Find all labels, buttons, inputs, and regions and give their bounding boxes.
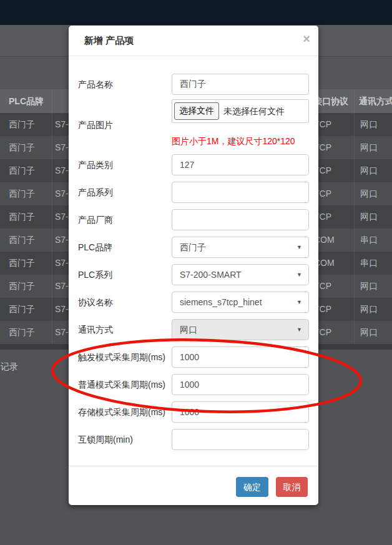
- trigger-cycle-ms-control: [172, 346, 309, 368]
- column-header-plc-brand: PLC品牌: [9, 89, 44, 113]
- comm-method-selected-value: 网口: [180, 320, 197, 340]
- plc-brand-control: 西门子▼: [172, 237, 309, 258]
- protocol-name-label: 协议名称: [78, 292, 113, 313]
- product-series-input[interactable]: [172, 182, 309, 203]
- cell-brand: 西门子: [9, 159, 35, 182]
- product-image-file-input: 选择文件未选择任何文件: [172, 99, 309, 123]
- comm-method-select[interactable]: 网口▼: [172, 319, 309, 340]
- cell-series: S7-: [55, 228, 69, 252]
- cell-series: S7-: [55, 182, 69, 205]
- cell-series: S7-: [55, 252, 69, 275]
- chevron-down-icon: ▼: [296, 292, 302, 312]
- interlock-cycle-min-input[interactable]: [172, 429, 309, 450]
- product-vendor-input[interactable]: [172, 209, 309, 230]
- image-size-hint: 图片小于1M，建议尺寸120*120: [172, 136, 295, 147]
- trigger-cycle-ms-label: 触发模式采集周期(ms): [78, 346, 165, 368]
- plc-brand-label: PLC品牌: [78, 237, 112, 258]
- product-series-label: 产品系列: [78, 182, 113, 203]
- column-divider: [354, 89, 355, 344]
- file-status-text: 未选择任何文件: [223, 100, 285, 122]
- product-series-control: [172, 182, 309, 203]
- cell-brand: 西门子: [9, 113, 35, 136]
- cell-comm: 网口: [360, 136, 378, 159]
- cell-brand: 西门子: [9, 228, 35, 252]
- plc-series-selected-value: S7-200-SMART: [180, 265, 242, 285]
- cell-series: S7-: [55, 113, 69, 136]
- cell-comm: 网口: [360, 275, 378, 298]
- plc-brand-select[interactable]: 西门子▼: [172, 237, 309, 258]
- cell-brand: 西门子: [9, 275, 35, 298]
- cell-series: S7-: [55, 275, 69, 298]
- storage-cycle-ms-label: 存储模式采集周期(ms): [78, 401, 165, 423]
- cell-brand: 西门子: [9, 205, 35, 228]
- cell-brand: 西门子: [9, 298, 35, 321]
- chevron-down-icon: ▼: [296, 265, 302, 285]
- product-name-control: [172, 74, 309, 95]
- normal-cycle-ms-label: 普通模式采集周期(ms): [78, 374, 165, 395]
- cell-comm: 网口: [360, 321, 378, 344]
- cell-comm: 串口: [360, 252, 378, 275]
- product-category-label: 产品类别: [78, 154, 113, 175]
- cell-series: S7-: [55, 321, 69, 344]
- plc-series-control: S7-200-SMART▼: [172, 264, 309, 285]
- product-image-label: 产品图片: [78, 114, 113, 135]
- modal-footer: 确定 取消: [69, 466, 318, 505]
- top-navbar: [0, 0, 392, 25]
- comm-method-label: 通讯方式: [78, 319, 113, 340]
- cell-brand: 西门子: [9, 136, 35, 159]
- modal-header: 新增 产品项 ×: [69, 26, 318, 56]
- trigger-cycle-ms-input[interactable]: [172, 346, 309, 368]
- cell-series: S7-: [55, 136, 69, 159]
- choose-file-button[interactable]: 选择文件: [174, 102, 219, 120]
- cell-series: S7-: [55, 159, 69, 182]
- cell-comm: 网口: [360, 298, 378, 321]
- column-divider: [52, 89, 52, 344]
- chevron-down-icon: ▼: [296, 237, 302, 257]
- product-vendor-label: 产品厂商: [78, 209, 113, 230]
- cell-comm: 网口: [360, 113, 378, 136]
- cell-series: S7-: [55, 298, 69, 321]
- cell-brand: 西门子: [9, 252, 35, 275]
- product-vendor-control: [172, 209, 309, 230]
- column-header-protocol: 接口协议: [313, 89, 348, 113]
- close-icon[interactable]: ×: [303, 32, 310, 45]
- protocol-name-select[interactable]: siemens_s7tcp_hinet▼: [172, 292, 309, 313]
- protocol-name-control: siemens_s7tcp_hinet▼: [172, 292, 309, 313]
- plc-series-select[interactable]: S7-200-SMART▼: [172, 264, 309, 285]
- storage-cycle-ms-control: [172, 401, 309, 423]
- plc-brand-selected-value: 西门子: [180, 237, 206, 257]
- protocol-name-selected-value: siemens_s7tcp_hinet: [180, 292, 262, 312]
- interlock-cycle-min-control: [172, 429, 309, 450]
- interlock-cycle-min-label: 互锁周期(min): [78, 429, 133, 450]
- confirm-button[interactable]: 确定: [236, 477, 268, 497]
- product-category-input[interactable]: [172, 154, 309, 175]
- product-name-label: 产品名称: [78, 74, 113, 95]
- cell-series: S7-: [55, 205, 69, 228]
- normal-cycle-ms-control: [172, 374, 309, 395]
- cell-comm: 串口: [360, 228, 378, 252]
- cell-comm: 网口: [360, 182, 378, 205]
- plc-series-label: PLC系列: [78, 264, 112, 285]
- cell-brand: 西门子: [9, 321, 35, 344]
- record-count-text: 记录: [1, 361, 18, 373]
- product-category-control: [172, 154, 309, 175]
- column-header-comm: 通讯方式: [359, 89, 392, 113]
- storage-cycle-ms-input[interactable]: [172, 401, 309, 423]
- modal-title: 新增 产品项: [84, 35, 134, 47]
- cell-comm: 网口: [360, 159, 378, 182]
- comm-method-control: 网口▼: [172, 319, 309, 340]
- cell-comm: 网口: [360, 205, 378, 228]
- product-name-input[interactable]: [172, 74, 309, 95]
- normal-cycle-ms-input[interactable]: [172, 374, 309, 395]
- chevron-down-icon: ▼: [296, 320, 302, 340]
- cell-brand: 西门子: [9, 182, 35, 205]
- cancel-button[interactable]: 取消: [276, 477, 308, 497]
- add-product-modal: 新增 产品项 × 图片小于1M，建议尺寸120*120 产品名称产品图片选择文件…: [69, 26, 318, 505]
